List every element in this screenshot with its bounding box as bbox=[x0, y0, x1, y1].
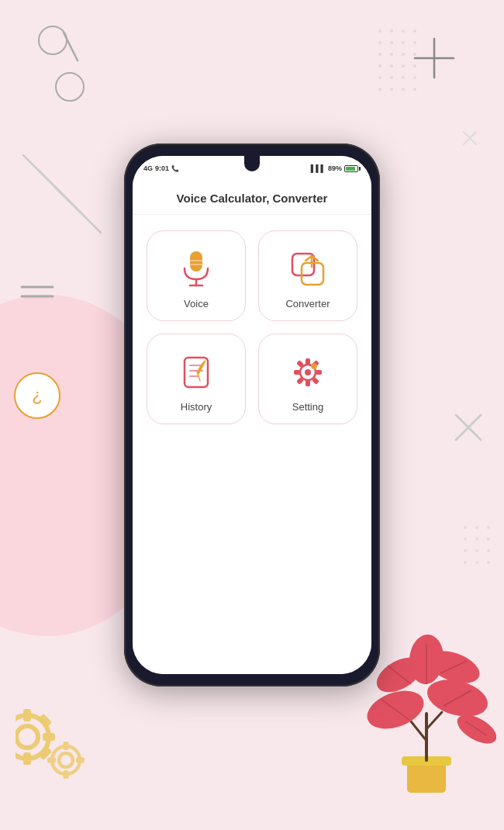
svg-rect-101 bbox=[294, 370, 300, 375]
svg-point-80 bbox=[407, 633, 445, 686]
svg-rect-65 bbox=[76, 758, 85, 763]
svg-point-20 bbox=[390, 41, 393, 44]
svg-point-18 bbox=[413, 29, 416, 33]
svg-point-44 bbox=[487, 538, 490, 541]
svg-point-31 bbox=[378, 76, 381, 79]
history-icon-container bbox=[175, 351, 217, 393]
svg-line-11 bbox=[456, 415, 481, 440]
svg-point-32 bbox=[390, 76, 393, 79]
svg-point-45 bbox=[464, 549, 467, 552]
svg-point-23 bbox=[378, 53, 381, 56]
svg-rect-84 bbox=[190, 251, 202, 271]
svg-point-33 bbox=[402, 76, 405, 79]
svg-point-15 bbox=[378, 29, 381, 33]
svg-rect-64 bbox=[64, 770, 69, 779]
wifi-icon: ▌▌▌ bbox=[311, 164, 326, 172]
status-right: ▌▌▌ 89% bbox=[311, 164, 361, 172]
history-label: History bbox=[181, 401, 212, 413]
svg-point-98 bbox=[305, 369, 311, 375]
svg-point-51 bbox=[16, 715, 49, 759]
svg-rect-58 bbox=[16, 745, 16, 759]
status-left: 4G 9:01 📞 bbox=[143, 164, 179, 172]
svg-point-39 bbox=[464, 526, 467, 529]
svg-point-4 bbox=[39, 26, 67, 54]
converter-icon bbox=[288, 250, 327, 289]
setting-icon-container bbox=[287, 351, 329, 393]
svg-rect-55 bbox=[43, 733, 55, 741]
svg-line-6 bbox=[64, 33, 78, 61]
phone-screen: 4G 9:01 📞 ▌▌▌ 89% Voice Calculator, Conv… bbox=[133, 156, 371, 674]
svg-line-3 bbox=[54, 186, 101, 233]
svg-point-30 bbox=[413, 64, 416, 67]
battery-percent: 89% bbox=[328, 164, 342, 172]
svg-rect-63 bbox=[64, 742, 69, 750]
svg-point-22 bbox=[413, 41, 416, 44]
svg-rect-57 bbox=[38, 714, 52, 728]
voice-label: Voice bbox=[184, 298, 209, 310]
svg-rect-54 bbox=[23, 752, 31, 765]
converter-icon-container bbox=[287, 248, 329, 290]
history-menu-item[interactable]: History bbox=[147, 334, 246, 424]
svg-rect-59 bbox=[38, 746, 52, 760]
svg-line-75 bbox=[444, 690, 471, 706]
svg-point-16 bbox=[390, 29, 393, 33]
svg-point-74 bbox=[423, 673, 492, 722]
svg-point-62 bbox=[59, 753, 73, 767]
chat-bubble-decoration: ¿ bbox=[14, 372, 60, 419]
svg-point-46 bbox=[475, 549, 478, 552]
svg-point-43 bbox=[475, 538, 478, 541]
screen-content: Voice Calculator, Converter bbox=[133, 178, 371, 674]
svg-point-41 bbox=[487, 526, 490, 529]
svg-point-50 bbox=[487, 561, 490, 564]
mic-icon bbox=[177, 248, 216, 290]
svg-rect-102 bbox=[316, 370, 322, 375]
svg-point-24 bbox=[390, 53, 393, 56]
svg-point-29 bbox=[402, 64, 405, 67]
svg-line-77 bbox=[388, 666, 411, 684]
svg-point-48 bbox=[464, 561, 467, 564]
svg-line-1 bbox=[23, 155, 70, 202]
svg-point-19 bbox=[378, 41, 381, 44]
svg-line-2 bbox=[39, 171, 85, 217]
svg-rect-60 bbox=[16, 714, 16, 728]
svg-point-34 bbox=[413, 76, 416, 79]
svg-point-28 bbox=[390, 64, 393, 67]
svg-point-38 bbox=[413, 88, 416, 91]
svg-line-14 bbox=[464, 132, 476, 144]
gear-decoration bbox=[16, 690, 109, 783]
converter-menu-item[interactable]: Converter bbox=[258, 230, 357, 321]
call-icon: 📞 bbox=[171, 165, 179, 172]
menu-grid: Voice Converter bbox=[133, 215, 371, 440]
svg-rect-68 bbox=[402, 756, 451, 766]
svg-line-13 bbox=[464, 132, 476, 144]
svg-point-17 bbox=[402, 29, 405, 33]
svg-point-5 bbox=[56, 73, 84, 101]
chat-icon: ¿ bbox=[32, 386, 42, 406]
svg-point-82 bbox=[453, 709, 496, 749]
svg-line-79 bbox=[440, 661, 467, 673]
svg-point-27 bbox=[378, 64, 381, 67]
converter-label: Converter bbox=[285, 298, 330, 310]
svg-line-73 bbox=[381, 700, 409, 720]
svg-point-78 bbox=[423, 645, 484, 690]
svg-line-71 bbox=[426, 712, 442, 729]
battery-indicator bbox=[344, 165, 361, 172]
svg-point-35 bbox=[378, 88, 381, 91]
svg-point-72 bbox=[362, 683, 429, 735]
svg-point-40 bbox=[475, 526, 478, 529]
svg-rect-67 bbox=[407, 760, 446, 793]
svg-point-107 bbox=[311, 363, 317, 369]
setting-menu-item[interactable]: Setting bbox=[258, 334, 357, 424]
svg-point-52 bbox=[16, 726, 38, 748]
svg-point-26 bbox=[413, 53, 416, 56]
voice-icon-container bbox=[175, 248, 217, 290]
svg-line-83 bbox=[465, 721, 487, 735]
svg-point-42 bbox=[464, 538, 467, 541]
svg-point-61 bbox=[52, 746, 80, 774]
svg-rect-99 bbox=[306, 358, 310, 365]
svg-point-47 bbox=[487, 549, 490, 552]
phone-notch bbox=[244, 156, 260, 171]
time: 9:01 bbox=[155, 164, 169, 172]
setting-icon bbox=[288, 353, 327, 392]
voice-menu-item[interactable]: Voice bbox=[147, 230, 246, 321]
